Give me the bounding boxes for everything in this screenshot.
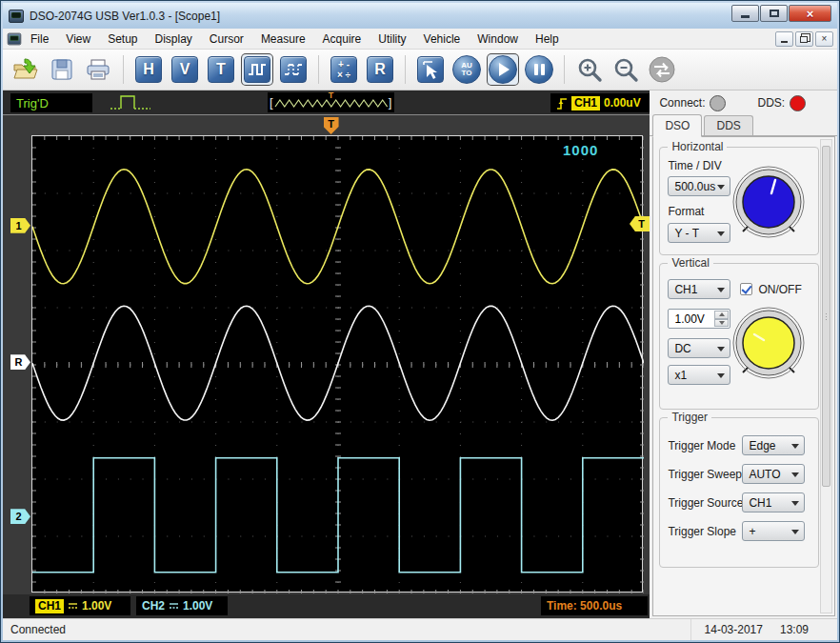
run-button[interactable] (488, 54, 518, 85)
horizontal-group-title: Horizontal (668, 140, 727, 153)
trigger-sweep-select[interactable]: AUTO (742, 464, 805, 484)
dds-label: DDS: (757, 96, 785, 110)
transfer-button[interactable] (647, 54, 677, 85)
ch1-volts-per-div: 1.00V (82, 599, 111, 613)
zoom-out-button[interactable] (610, 54, 641, 85)
dso-tab-content: Horizontal Time / DIV 500.0us Format Y -… (652, 136, 835, 616)
horizontal-group: Horizontal Time / DIV 500.0us Format Y -… (659, 147, 819, 255)
ch2-tag: CH2 (142, 599, 165, 613)
menu-vehicle[interactable]: Vehicle (415, 30, 470, 49)
close-icon: × (807, 8, 814, 20)
toolbar: H V T + - × ÷ R AUTO (3, 50, 837, 90)
print-button[interactable] (83, 54, 113, 85)
horizontal-knob[interactable] (731, 165, 806, 239)
scrollbar-thumb[interactable] (822, 146, 830, 487)
status-bar: Connected 14-03-2017 13:09 (3, 618, 837, 640)
dds-status-led (790, 95, 806, 111)
channel-select[interactable]: CH1 (668, 279, 730, 299)
menu-utility[interactable]: Utility (370, 30, 414, 49)
menu-window[interactable]: Window (469, 30, 527, 49)
open-button[interactable] (10, 54, 41, 85)
zoom-in-icon (576, 56, 603, 83)
trigger-slope-select[interactable]: + (742, 521, 805, 541)
maximize-button[interactable] (760, 5, 788, 22)
menu-help[interactable]: Help (527, 30, 568, 49)
chevron-down-icon (791, 444, 799, 449)
waveform-display-button[interactable] (242, 54, 272, 85)
scope-display-region: 1000 1R2TT (3, 115, 650, 594)
v-letter-icon: V (171, 56, 198, 83)
pause-button[interactable] (524, 54, 554, 85)
trigger-source-tag: CH1 (571, 96, 600, 111)
ch2-volts-per-div: 1.00V (183, 599, 212, 613)
scope-plot (31, 135, 643, 593)
probe-select[interactable]: x1 (668, 365, 730, 385)
ch1-readout[interactable]: CH1 1.00V (30, 596, 130, 615)
dc-coupling-icon (68, 601, 78, 611)
trigger-group-title: Trigger (668, 411, 711, 424)
menu-acquire[interactable]: Acquire (314, 30, 370, 49)
menu-setup[interactable]: Setup (99, 30, 146, 49)
pause-icon (534, 64, 545, 75)
marker-r[interactable]: R (10, 354, 30, 370)
marker-2[interactable]: 2 (10, 509, 30, 524)
menu-view[interactable]: View (57, 30, 99, 49)
onoff-checkbox[interactable] (740, 283, 752, 295)
menu-cursor[interactable]: Cursor (201, 30, 252, 49)
vertical-knob[interactable] (731, 306, 806, 380)
vertical-settings-button[interactable]: V (170, 54, 200, 85)
trigger-source-select[interactable]: CH1 (742, 492, 805, 512)
window-title: DSO-2074G USB Ver1.0.3 - [Scope1] (30, 10, 220, 23)
auto-set-button[interactable]: AUTO (451, 54, 482, 85)
menu-display[interactable]: Display (147, 30, 201, 49)
zoom-in-button[interactable] (574, 54, 605, 85)
chevron-down-icon (717, 185, 725, 190)
math-button[interactable]: + - × ÷ (329, 54, 359, 85)
coupling-select[interactable]: DC (668, 338, 730, 358)
format-label: Format (668, 205, 704, 218)
ch2-readout[interactable]: CH2 1.00V (136, 596, 228, 615)
chevron-down-icon (717, 373, 725, 378)
volts-div-spinner[interactable]: 1.00V (668, 309, 730, 329)
math-icon-row2: × ÷ (337, 70, 350, 80)
trace-ch1 (32, 170, 644, 284)
t-letter-icon: T (208, 56, 234, 83)
waveform-measure-button[interactable] (278, 54, 309, 85)
sample-count-label: 1000 (563, 142, 598, 158)
open-folder-icon (12, 58, 39, 81)
dc-coupling-icon (169, 601, 179, 611)
mdi-minimize-button[interactable] (775, 31, 793, 47)
time-div-select[interactable]: 500.0us (668, 176, 730, 196)
panel-scrollbar[interactable] (820, 139, 832, 613)
reference-button[interactable]: R (365, 54, 395, 85)
mdi-close-button[interactable]: × (815, 31, 833, 47)
minimize-button[interactable] (731, 5, 759, 22)
format-select[interactable]: Y - T (668, 223, 730, 243)
waveform-preview[interactable]: T [ ] (268, 92, 394, 112)
spin-down-icon[interactable] (714, 319, 729, 328)
menu-measure[interactable]: Measure (252, 30, 314, 49)
trigger-slope-label: Trigger Slope (668, 525, 736, 538)
trigger-mode-label: Trigger Mode (668, 439, 735, 452)
r-letter-icon: R (367, 56, 393, 83)
menu-file[interactable]: File (22, 30, 57, 49)
pulse-indicator-icon (110, 92, 151, 117)
save-button[interactable] (47, 54, 77, 85)
status-time: 13:09 (780, 623, 809, 636)
cursor-arrow-icon (420, 59, 441, 80)
horizontal-settings-button[interactable]: H (133, 54, 164, 85)
spin-up-icon[interactable] (714, 311, 729, 319)
chevron-down-icon (791, 472, 799, 477)
mdi-restore-button[interactable] (795, 31, 813, 47)
trigger-position-marker[interactable]: T (324, 117, 339, 134)
tab-dso[interactable]: DSO (652, 114, 702, 137)
cursor-tool-button[interactable] (415, 54, 446, 85)
close-button[interactable]: × (789, 5, 831, 22)
tab-dds[interactable]: DDS (704, 115, 752, 136)
vertical-group: Vertical CH1 ON/OFF 1.00V DC x1 (659, 263, 819, 410)
marker-1[interactable]: 1 (10, 218, 30, 233)
chevron-down-icon (717, 231, 725, 236)
trigger-mode-select[interactable]: Edge (742, 435, 805, 455)
onoff-label: ON/OFF (758, 283, 801, 296)
trigger-settings-button[interactable]: T (206, 54, 236, 85)
